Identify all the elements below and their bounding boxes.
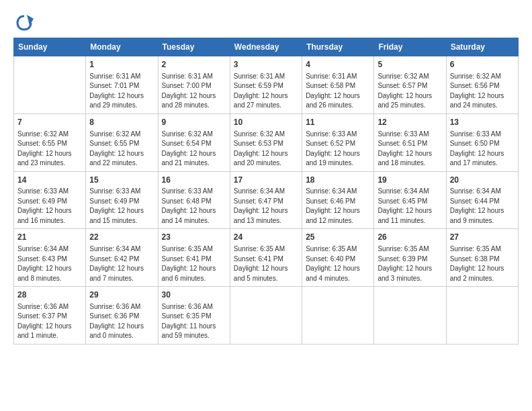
day-number: 27 [450, 232, 515, 243]
day-info: Sunrise: 6:35 AMSunset: 6:41 PMDaylight:… [162, 244, 226, 283]
calendar-cell: 29Sunrise: 6:36 AMSunset: 6:36 PMDayligh… [86, 287, 158, 345]
day-number: 4 [306, 59, 370, 71]
calendar-cell [446, 287, 518, 345]
day-number: 22 [89, 232, 154, 243]
calendar-cell: 25Sunrise: 6:35 AMSunset: 6:40 PMDayligh… [302, 229, 374, 287]
day-number: 6 [450, 59, 515, 71]
day-info: Sunrise: 6:32 AMSunset: 6:55 PMDaylight:… [17, 130, 82, 169]
day-info: Sunrise: 6:33 AMSunset: 6:49 PMDaylight:… [89, 187, 154, 226]
day-info: Sunrise: 6:35 AMSunset: 6:40 PMDaylight:… [306, 244, 370, 283]
day-number: 25 [306, 232, 370, 243]
calendar-table: SundayMondayTuesdayWednesdayThursdayFrid… [13, 38, 519, 345]
day-number: 29 [89, 289, 154, 301]
calendar-cell [14, 56, 86, 114]
day-header-monday: Monday [86, 38, 158, 56]
day-number: 5 [378, 59, 442, 71]
day-info: Sunrise: 6:33 AMSunset: 6:48 PMDaylight:… [162, 187, 226, 226]
calendar-cell: 27Sunrise: 6:35 AMSunset: 6:38 PMDayligh… [446, 229, 518, 287]
day-info: Sunrise: 6:32 AMSunset: 6:57 PMDaylight:… [378, 72, 442, 111]
calendar-cell: 5Sunrise: 6:32 AMSunset: 6:57 PMDaylight… [374, 56, 446, 114]
calendar-cell: 4Sunrise: 6:31 AMSunset: 6:58 PMDaylight… [302, 56, 374, 114]
calendar-cell: 12Sunrise: 6:33 AMSunset: 6:51 PMDayligh… [374, 113, 446, 171]
calendar-cell: 3Sunrise: 6:31 AMSunset: 6:59 PMDaylight… [230, 56, 302, 114]
day-info: Sunrise: 6:32 AMSunset: 6:56 PMDaylight:… [450, 72, 515, 111]
calendar-cell: 2Sunrise: 6:31 AMSunset: 7:00 PMDaylight… [158, 56, 230, 114]
calendar-cell: 9Sunrise: 6:32 AMSunset: 6:54 PMDaylight… [158, 113, 230, 171]
day-header-thursday: Thursday [302, 38, 374, 56]
calendar-cell [302, 287, 374, 345]
calendar-cell: 24Sunrise: 6:35 AMSunset: 6:41 PMDayligh… [230, 229, 302, 287]
day-number: 13 [450, 117, 515, 128]
svg-marker-0 [27, 15, 34, 26]
day-number: 8 [89, 117, 154, 128]
day-number: 14 [17, 175, 82, 186]
calendar-cell: 17Sunrise: 6:34 AMSunset: 6:47 PMDayligh… [230, 171, 302, 229]
day-number: 2 [162, 59, 226, 71]
day-number: 9 [162, 117, 226, 128]
day-info: Sunrise: 6:34 AMSunset: 6:42 PMDaylight:… [89, 244, 154, 283]
day-header-saturday: Saturday [446, 38, 518, 56]
day-number: 10 [234, 117, 298, 128]
day-number: 18 [306, 175, 370, 186]
day-header-friday: Friday [374, 38, 446, 56]
day-header-wednesday: Wednesday [230, 38, 302, 56]
day-number: 3 [234, 59, 298, 71]
day-info: Sunrise: 6:34 AMSunset: 6:47 PMDaylight:… [234, 187, 298, 226]
day-number: 19 [378, 175, 442, 186]
day-info: Sunrise: 6:33 AMSunset: 6:52 PMDaylight:… [306, 130, 370, 169]
day-info: Sunrise: 6:34 AMSunset: 6:46 PMDaylight:… [306, 187, 370, 226]
day-info: Sunrise: 6:35 AMSunset: 6:41 PMDaylight:… [234, 244, 298, 283]
calendar-cell: 7Sunrise: 6:32 AMSunset: 6:55 PMDaylight… [14, 113, 86, 171]
calendar-cell: 19Sunrise: 6:34 AMSunset: 6:45 PMDayligh… [374, 171, 446, 229]
day-number: 26 [378, 232, 442, 243]
calendar-cell: 1Sunrise: 6:31 AMSunset: 7:01 PMDaylight… [86, 56, 158, 114]
calendar-cell [374, 287, 446, 345]
week-row-5: 28Sunrise: 6:36 AMSunset: 6:37 PMDayligh… [14, 287, 519, 345]
day-info: Sunrise: 6:36 AMSunset: 6:37 PMDaylight:… [17, 302, 82, 341]
calendar-cell: 15Sunrise: 6:33 AMSunset: 6:49 PMDayligh… [86, 171, 158, 229]
calendar-cell: 11Sunrise: 6:33 AMSunset: 6:52 PMDayligh… [302, 113, 374, 171]
day-header-sunday: Sunday [14, 38, 86, 56]
calendar-cell: 18Sunrise: 6:34 AMSunset: 6:46 PMDayligh… [302, 171, 374, 229]
day-info: Sunrise: 6:31 AMSunset: 7:00 PMDaylight:… [162, 72, 226, 111]
day-number: 28 [17, 289, 82, 301]
calendar-cell: 21Sunrise: 6:34 AMSunset: 6:43 PMDayligh… [14, 229, 86, 287]
day-info: Sunrise: 6:33 AMSunset: 6:50 PMDaylight:… [450, 130, 515, 169]
calendar-cell: 20Sunrise: 6:34 AMSunset: 6:44 PMDayligh… [446, 171, 518, 229]
day-info: Sunrise: 6:32 AMSunset: 6:53 PMDaylight:… [234, 130, 298, 169]
calendar-cell: 16Sunrise: 6:33 AMSunset: 6:48 PMDayligh… [158, 171, 230, 229]
week-row-1: 1Sunrise: 6:31 AMSunset: 7:01 PMDaylight… [14, 56, 519, 114]
day-info: Sunrise: 6:35 AMSunset: 6:39 PMDaylight:… [378, 244, 442, 283]
day-number: 20 [450, 175, 515, 186]
day-number: 7 [17, 117, 82, 128]
calendar-cell: 28Sunrise: 6:36 AMSunset: 6:37 PMDayligh… [14, 287, 86, 345]
calendar-cell: 10Sunrise: 6:32 AMSunset: 6:53 PMDayligh… [230, 113, 302, 171]
day-info: Sunrise: 6:34 AMSunset: 6:43 PMDaylight:… [17, 244, 82, 283]
logo-icon [15, 13, 34, 32]
day-info: Sunrise: 6:31 AMSunset: 6:59 PMDaylight:… [234, 72, 298, 111]
day-info: Sunrise: 6:34 AMSunset: 6:45 PMDaylight:… [378, 187, 442, 226]
day-number: 23 [162, 232, 226, 243]
day-number: 15 [89, 175, 154, 186]
calendar-cell: 26Sunrise: 6:35 AMSunset: 6:39 PMDayligh… [374, 229, 446, 287]
day-number: 17 [234, 175, 298, 186]
day-number: 1 [89, 59, 154, 71]
calendar-cell: 6Sunrise: 6:32 AMSunset: 6:56 PMDaylight… [446, 56, 518, 114]
day-info: Sunrise: 6:32 AMSunset: 6:55 PMDaylight:… [89, 130, 154, 169]
week-row-4: 21Sunrise: 6:34 AMSunset: 6:43 PMDayligh… [14, 229, 519, 287]
calendar-cell: 23Sunrise: 6:35 AMSunset: 6:41 PMDayligh… [158, 229, 230, 287]
day-number: 30 [162, 289, 226, 301]
day-number: 11 [306, 117, 370, 128]
calendar-cell: 22Sunrise: 6:34 AMSunset: 6:42 PMDayligh… [86, 229, 158, 287]
day-info: Sunrise: 6:34 AMSunset: 6:44 PMDaylight:… [450, 187, 515, 226]
day-number: 21 [17, 232, 82, 243]
calendar-cell [230, 287, 302, 345]
day-info: Sunrise: 6:31 AMSunset: 7:01 PMDaylight:… [89, 72, 154, 111]
day-number: 24 [234, 232, 298, 243]
calendar-cell: 13Sunrise: 6:33 AMSunset: 6:50 PMDayligh… [446, 113, 518, 171]
day-info: Sunrise: 6:31 AMSunset: 6:58 PMDaylight:… [306, 72, 370, 111]
day-info: Sunrise: 6:33 AMSunset: 6:51 PMDaylight:… [378, 130, 442, 169]
calendar-cell: 30Sunrise: 6:36 AMSunset: 6:35 PMDayligh… [158, 287, 230, 345]
day-number: 12 [378, 117, 442, 128]
day-info: Sunrise: 6:36 AMSunset: 6:35 PMDaylight:… [162, 302, 226, 341]
